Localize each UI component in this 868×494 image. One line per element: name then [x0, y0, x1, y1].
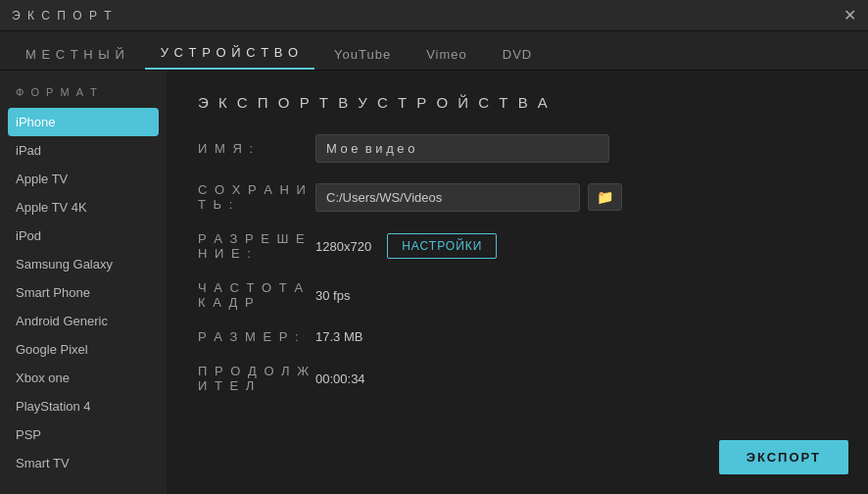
tab-local[interactable]: М Е С Т Н Ы Й	[10, 39, 141, 70]
sidebar: Ф О Р М А Т iPhone iPad Apple TV Apple T…	[0, 71, 167, 494]
sidebar-item-appletv4k[interactable]: Apple TV 4K	[0, 193, 167, 222]
tab-dvd[interactable]: DVD	[487, 39, 548, 70]
sidebar-item-ipod[interactable]: iPod	[0, 222, 167, 250]
path-container: 📁	[315, 183, 622, 212]
resolution-row: Р а з р е ш е н и е : 1280x720 НАСТРОЙКИ	[198, 231, 837, 261]
sidebar-item-pixel[interactable]: Google Pixel	[0, 335, 167, 364]
sidebar-item-iphone[interactable]: iPhone	[8, 108, 159, 136]
sidebar-item-samsung[interactable]: Samsung Galaxy	[0, 250, 167, 278]
sidebar-item-psp[interactable]: PSP	[0, 420, 167, 449]
window-title: Э К С П О Р Т	[12, 9, 114, 23]
fps-label: Ч а с т о т а к а д р	[198, 280, 315, 310]
sidebar-item-appletv[interactable]: Apple TV	[0, 165, 167, 193]
fps-value: 30 fps	[315, 288, 837, 303]
main-layout: Ф О Р М А Т iPhone iPad Apple TV Apple T…	[0, 71, 868, 494]
page-title: Э К С П О Р Т В У С Т Р О Й С Т В А	[198, 94, 837, 111]
title-bar: Э К С П О Р Т ✕	[0, 0, 868, 31]
close-button[interactable]: ✕	[844, 8, 856, 24]
tab-vimeo[interactable]: Vimeo	[410, 39, 483, 70]
sidebar-item-ipad[interactable]: iPad	[0, 136, 167, 165]
fps-row: Ч а с т о т а к а д р 30 fps	[198, 280, 837, 310]
sidebar-item-ps4[interactable]: PlayStation 4	[0, 392, 167, 420]
tab-device[interactable]: У С Т Р О Й С Т В О	[145, 37, 314, 70]
resolution-container: 1280x720 НАСТРОЙКИ	[315, 233, 497, 259]
export-button[interactable]: ЭКСПОРТ	[719, 440, 848, 474]
name-label: И м я :	[198, 141, 315, 156]
size-row: Р а з м е р : 17.3 MB	[198, 329, 837, 344]
duration-value: 00:00:34	[315, 371, 837, 386]
content-area: Э К С П О Р Т В У С Т Р О Й С Т В А И м …	[167, 71, 868, 494]
tab-youtube[interactable]: YouTube	[318, 39, 407, 70]
resolution-label: Р а з р е ш е н и е :	[198, 231, 315, 261]
sidebar-item-android[interactable]: Android Generic	[0, 307, 167, 335]
folder-button[interactable]: 📁	[588, 183, 622, 211]
save-label: С о х р а н и т ь :	[198, 182, 315, 212]
tab-bar: М Е С Т Н Ы Й У С Т Р О Й С Т В О YouTub…	[0, 31, 868, 71]
duration-row: П р о д о л ж и т е л 00:00:34	[198, 364, 837, 393]
sidebar-title: Ф О Р М А Т	[0, 86, 167, 108]
size-value: 17.3 MB	[315, 329, 837, 344]
size-label: Р а з м е р :	[198, 329, 315, 344]
name-row: И м я :	[198, 134, 837, 163]
save-path-input[interactable]	[315, 183, 580, 212]
name-input[interactable]	[315, 134, 609, 163]
sidebar-item-smarttv[interactable]: Smart TV	[0, 449, 167, 477]
save-row: С о х р а н и т ь : 📁	[198, 182, 837, 212]
settings-button[interactable]: НАСТРОЙКИ	[387, 233, 497, 259]
duration-label: П р о д о л ж и т е л	[198, 364, 315, 393]
resolution-value: 1280x720	[315, 239, 371, 254]
sidebar-item-smartphone[interactable]: Smart Phone	[0, 278, 167, 307]
sidebar-item-xbox[interactable]: Xbox one	[0, 364, 167, 392]
